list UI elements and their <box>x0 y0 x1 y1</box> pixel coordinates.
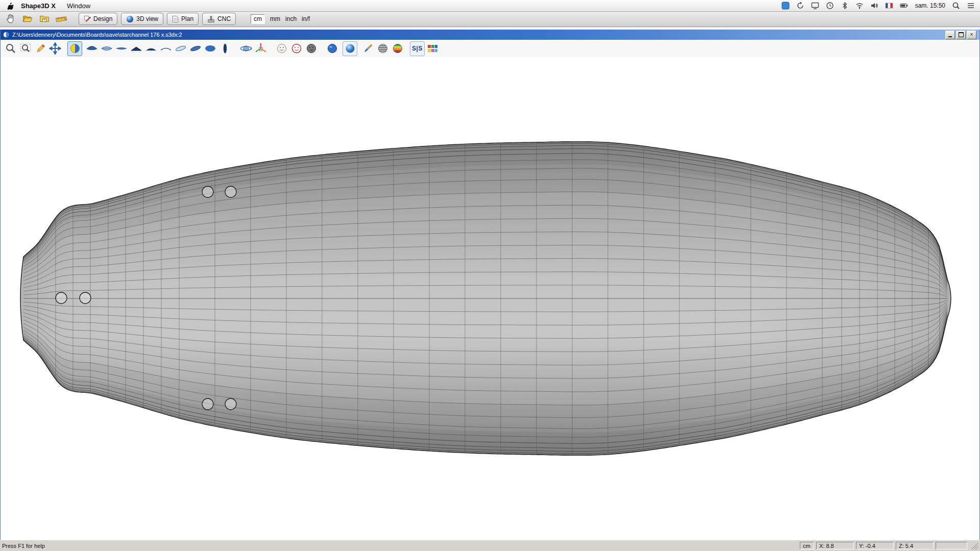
pan-arrows-icon[interactable] <box>47 41 62 56</box>
color-grid-icon[interactable] <box>425 41 439 56</box>
hand-icon[interactable] <box>4 13 17 25</box>
maximize-button[interactable] <box>956 31 966 39</box>
stripes-color-icon[interactable] <box>390 41 405 56</box>
thickness-view-icon[interactable] <box>114 41 129 56</box>
surfboard-top-view <box>1 57 979 540</box>
main-toolbar: Design 3D view Plan CNC cm mm inch in/f <box>0 11 980 27</box>
render-red-icon[interactable] <box>289 41 304 56</box>
apple-icon <box>7 2 14 10</box>
render-shaded-icon[interactable] <box>342 41 357 56</box>
view-toolbar: S|S <box>1 40 979 58</box>
unit-cm[interactable]: cm <box>251 14 265 24</box>
display-icon[interactable] <box>811 2 819 10</box>
unit-inf[interactable]: in/f <box>302 15 310 22</box>
menu-list-icon[interactable] <box>967 2 975 10</box>
volume-icon[interactable] <box>870 2 878 10</box>
outline-view-icon[interactable] <box>99 41 114 56</box>
status-coord-x: X: 8.8 <box>816 542 854 549</box>
back-rocker-icon[interactable] <box>143 41 158 56</box>
tilt-outline-icon[interactable] <box>173 41 188 56</box>
bluetooth-icon[interactable] <box>841 2 849 10</box>
plan-icon <box>172 15 179 23</box>
render-flat-blue-icon[interactable] <box>325 41 339 56</box>
cnc-icon <box>207 15 215 23</box>
tilt-solid-icon[interactable] <box>188 41 203 56</box>
view3d-icon <box>126 15 134 23</box>
orbit-view-icon[interactable] <box>238 41 253 56</box>
unit-selector: cm mm inch in/f <box>251 14 310 24</box>
profile-view-icon[interactable] <box>84 41 99 56</box>
sync-icon[interactable] <box>796 2 804 10</box>
status-blank-pane <box>936 542 967 549</box>
save-icon[interactable] <box>38 13 51 25</box>
pencil-icon[interactable] <box>33 41 47 56</box>
plan-label: Plan <box>181 15 193 22</box>
design-label: Design <box>93 15 112 22</box>
unit-inch[interactable]: inch <box>285 15 297 22</box>
spotlight-icon[interactable] <box>952 2 960 10</box>
resize-grip[interactable] <box>970 542 978 549</box>
plan-button[interactable]: Plan <box>167 13 199 25</box>
menubar-status-area: sam. 15:50 <box>781 2 980 10</box>
apple-menu[interactable] <box>7 2 14 10</box>
design-button[interactable]: Design <box>79 13 117 25</box>
zoom-icon[interactable] <box>3 41 18 56</box>
design-icon <box>84 15 91 22</box>
ruler-icon[interactable] <box>55 13 68 25</box>
vertical-lens-icon[interactable] <box>217 41 232 56</box>
status-coord-y: Y: -0.4 <box>856 542 894 549</box>
arc-view-icon[interactable] <box>158 41 173 56</box>
status-coord-z: Z: 5.4 <box>896 542 934 549</box>
menu-window[interactable]: Window <box>67 2 90 10</box>
menubar-clock[interactable]: sam. 15:50 <box>915 2 945 9</box>
clock-icon[interactable] <box>826 2 834 10</box>
status-unit: cm <box>800 542 814 549</box>
cnc-button[interactable]: CNC <box>202 13 236 25</box>
flip-view-icon[interactable] <box>67 41 82 56</box>
status-help-text: Press F1 for help <box>2 543 45 549</box>
document-icon <box>3 31 10 38</box>
cnc-label: CNC <box>217 15 231 22</box>
french-flag-icon[interactable] <box>885 2 893 10</box>
render-wireframe-icon[interactable] <box>274 41 289 56</box>
battery-icon[interactable] <box>900 2 909 10</box>
axes-3d-icon[interactable] <box>253 41 268 56</box>
window-title: Z:\Users\dennery\Documents\Boards\save\s… <box>12 32 182 38</box>
stripes-gray-icon[interactable] <box>375 41 390 56</box>
front-rocker-icon[interactable] <box>129 41 143 56</box>
unit-mm[interactable]: mm <box>270 15 280 22</box>
minimize-button[interactable] <box>945 31 955 39</box>
app-status-icon[interactable] <box>781 2 790 10</box>
view3d-button[interactable]: 3D view <box>121 13 163 25</box>
board-canvas[interactable] <box>1 57 979 540</box>
sandwich-sis-icon[interactable]: S|S <box>410 41 425 56</box>
document-window: Z:\Users\dennery\Documents\Boards\save\s… <box>0 30 980 540</box>
wifi-icon[interactable] <box>855 2 864 10</box>
paint-brush-icon[interactable] <box>360 41 375 56</box>
zoom-window-icon[interactable] <box>18 41 33 56</box>
close-button[interactable]: × <box>967 31 976 39</box>
window-controls: × <box>945 31 977 39</box>
open-folder-icon[interactable] <box>21 13 34 25</box>
render-dark-icon[interactable] <box>304 41 318 56</box>
macos-menubar: Shape3D X Window sam. 15:50 <box>0 0 980 12</box>
solid-blob-icon[interactable] <box>203 41 217 56</box>
window-titlebar[interactable]: Z:\Users\dennery\Documents\Boards\save\s… <box>1 30 979 40</box>
statusbar: Press F1 for help cm X: 8.8 Y: -0.4 Z: 5… <box>0 540 980 551</box>
view3d-label: 3D view <box>136 15 158 22</box>
app-menu-title[interactable]: Shape3D X <box>21 2 56 10</box>
